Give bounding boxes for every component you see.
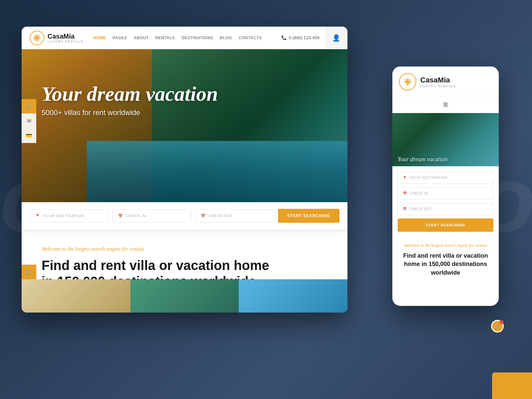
nav-link-destinations[interactable]: DESTINATIONS	[182, 36, 213, 40]
notification-badge: 🛒	[491, 320, 504, 332]
hero-overlay	[22, 49, 347, 202]
location-icon: 📍	[35, 214, 40, 218]
mobile-logo-title: CasaMia	[420, 76, 456, 84]
mobile-checkout-field[interactable]: 📅 CHECK OUT	[398, 203, 493, 215]
cart-icon: 🛒	[26, 103, 32, 109]
mobile-hero-text: Your dream vacation	[398, 156, 448, 163]
phone-number: 0 (800) 123-456	[289, 35, 320, 40]
side-envelope-button[interactable]: ✉	[22, 114, 36, 128]
start-searching-button[interactable]: START SEARCHING	[278, 209, 339, 223]
thumbnails-row	[22, 279, 347, 313]
phone-icon: 📞	[281, 35, 287, 40]
envelope-icon: ✉	[27, 118, 31, 124]
destination-placeholder: YOUR DESTINATION	[43, 214, 84, 218]
checkin-field[interactable]: 📅 CHECK IN	[112, 209, 191, 222]
desktop-logo-icon	[30, 31, 44, 45]
thumbnail-2	[130, 279, 239, 313]
mobile-section-headline: Find and rent villa or vacation home in …	[398, 252, 493, 277]
checkin-calendar-icon: 📅	[118, 214, 123, 218]
notification-icon: 🛒	[495, 324, 500, 329]
mobile-logo-icon	[399, 73, 416, 90]
desktop-logo-title: CasaMia	[48, 33, 83, 40]
desktop-nav-links: HOME PAGES ABOUT RENTALS DESTINATIONS BL…	[93, 36, 282, 40]
checkin-placeholder: CHECK IN	[126, 214, 146, 218]
side-card-button[interactable]: 💳	[22, 128, 36, 143]
user-account-button[interactable]: 👤	[325, 27, 347, 49]
nav-phone: 📞 0 (800) 123-456	[281, 35, 320, 40]
nav-link-rentals[interactable]: RENTALS	[155, 36, 175, 40]
mobile-mockup: CasaMia LUXURY RENTALS ≡ Your dream vaca…	[392, 66, 499, 306]
section-tagline: Welcome to the largest search engine for…	[42, 246, 328, 252]
mobile-checkin-label: CHECK IN	[410, 192, 428, 195]
thumbnail-1	[22, 279, 130, 313]
mobile-hero: Your dream vacation 🛒 ✉ 💳	[392, 113, 499, 166]
user-icon: 👤	[332, 34, 340, 42]
bottom-cart-icon: 🛒	[26, 269, 32, 275]
side-cart-button[interactable]: 🛒	[22, 99, 36, 114]
mobile-destination-label: YOUR DESTINATION	[410, 176, 448, 180]
notification-dot	[499, 320, 503, 324]
desktop-hero: 🛒 ✉ 💳 Your dream vacation 5000+ villas f…	[22, 49, 347, 202]
desktop-logo: CasaMia LUXURY RENTALS	[30, 31, 83, 45]
hero-main-title: Your dream vacation	[42, 82, 218, 105]
card-icon: 💳	[26, 132, 32, 139]
desktop-mockup: CasaMia LUXURY RENTALS HOME PAGES ABOUT …	[22, 27, 347, 313]
nav-link-blog[interactable]: BLOG	[220, 36, 232, 40]
mobile-checkin-field[interactable]: 📅 CHECK IN	[398, 187, 493, 200]
bottom-cart-button[interactable]: 🛒	[22, 265, 36, 279]
destination-field[interactable]: 📍 YOUR DESTINATION	[30, 209, 108, 222]
mobile-location-icon: 📍	[403, 176, 407, 180]
mobile-menu-button[interactable]: ≡	[392, 96, 499, 113]
hero-sub-title: 5000+ villas for rent worldwide	[42, 108, 218, 117]
nav-link-pages[interactable]: PAGES	[113, 36, 127, 40]
mobile-search-form: 📍 YOUR DESTINATION 📅 CHECK IN 📅 CHECK OU…	[392, 166, 499, 237]
checkout-placeholder: CHECK OUT	[208, 214, 233, 218]
mobile-search-button[interactable]: START SEARCHING	[398, 218, 493, 232]
mobile-destination-field[interactable]: 📍 YOUR DESTINATION	[398, 172, 493, 184]
desktop-side-icons: 🛒 ✉ 💳	[22, 99, 36, 143]
mobile-checkin-icon: 📅	[403, 192, 407, 195]
nav-link-contacts[interactable]: CONTACTS	[239, 36, 262, 40]
checkout-field[interactable]: 📅 CHECK OUT	[195, 209, 274, 222]
checkout-calendar-icon: 📅	[201, 214, 206, 218]
mobile-checkout-icon: 📅	[403, 207, 407, 211]
desktop-logo-subtitle: LUXURY RENTALS	[48, 40, 83, 43]
mobile-section-tagline: Welcome to the largest search engine for…	[398, 242, 493, 248]
hamburger-icon: ≡	[443, 99, 448, 109]
mobile-logo-subtitle: LUXURY RENTALS	[420, 84, 456, 88]
nav-link-home[interactable]: HOME	[93, 36, 106, 40]
thumbnail-3	[239, 279, 347, 313]
hero-text-block: Your dream vacation 5000+ villas for ren…	[42, 82, 218, 117]
mobile-header: CasaMia LUXURY RENTALS	[392, 66, 499, 96]
mobile-checkout-label: CHECK OUT	[410, 207, 432, 211]
mobile-content-section: Welcome to the largest search engine for…	[392, 237, 499, 282]
desktop-nav: CasaMia LUXURY RENTALS HOME PAGES ABOUT …	[22, 27, 347, 49]
nav-link-about[interactable]: ABOUT	[134, 36, 149, 40]
desktop-search-bar: 📍 YOUR DESTINATION 📅 CHECK IN 📅 CHECK OU…	[22, 202, 347, 229]
golden-accent-shape	[492, 372, 532, 399]
